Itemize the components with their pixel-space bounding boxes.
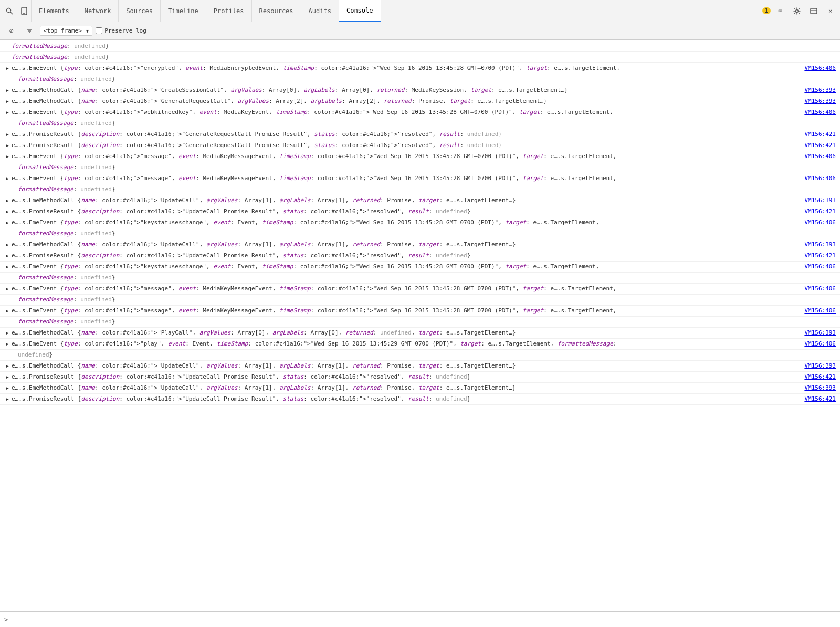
expand-arrow-icon[interactable]: ▶ — [4, 174, 10, 183]
svg-point-0 — [7, 8, 11, 12]
file-reference[interactable]: VM156:421 — [796, 207, 836, 216]
list-item: formattedMessage: undefined} — [0, 118, 840, 129]
subtoolbar: ⊘ <top frame> ▼ Preserve log — [0, 22, 840, 40]
toolbar-right: 1 ⌨ ✕ — [762, 4, 838, 18]
expand-arrow-icon[interactable]: ▶ — [4, 86, 10, 95]
frame-label: <top frame> — [44, 27, 82, 34]
tab-profiles[interactable]: Profiles — [206, 0, 252, 22]
expand-arrow-icon — [4, 75, 10, 83]
expand-arrow-icon — [4, 318, 10, 326]
file-reference[interactable]: VM156:406 — [796, 285, 836, 293]
file-reference[interactable]: VM156:421 — [796, 373, 836, 381]
console-input-row[interactable]: > — [0, 611, 840, 627]
filter-icon[interactable] — [22, 24, 37, 38]
tab-resources[interactable]: Resources — [251, 0, 301, 22]
layout-icon[interactable] — [806, 4, 821, 18]
list-item: ▶e….s.EmeMethodCall {name: color:#c41a16… — [0, 239, 840, 250]
mobile-icon[interactable] — [17, 4, 32, 18]
list-item: ▶e….s.EmeMethodCall {name: color:#c41a16… — [0, 361, 840, 372]
file-reference[interactable]: VM156:393 — [796, 241, 836, 249]
file-reference[interactable]: VM156:406 — [796, 108, 836, 117]
expand-arrow-icon — [4, 351, 10, 359]
file-reference[interactable]: VM156:421 — [796, 395, 836, 403]
file-reference[interactable]: VM156:406 — [796, 174, 836, 183]
expand-arrow-icon[interactable]: ▶ — [4, 141, 10, 150]
settings-icon[interactable] — [790, 4, 804, 18]
list-item: ▶e….s.PromiseResult {description: color:… — [0, 129, 840, 140]
expand-arrow-icon[interactable]: ▶ — [4, 64, 10, 72]
tab-audits[interactable]: Audits — [301, 0, 339, 22]
expand-arrow-icon — [4, 119, 10, 128]
expand-arrow-icon[interactable]: ▶ — [4, 241, 10, 249]
file-reference[interactable]: VM156:393 — [796, 362, 836, 370]
tab-console[interactable]: Console — [339, 0, 381, 22]
expand-arrow-icon[interactable]: ▶ — [4, 97, 10, 106]
file-reference[interactable]: VM156:406 — [796, 307, 836, 315]
list-item: undefined} — [0, 350, 840, 361]
expand-arrow-icon[interactable]: ▶ — [4, 130, 10, 139]
expand-arrow-icon[interactable]: ▶ — [4, 196, 10, 205]
file-reference[interactable]: VM156:421 — [796, 141, 836, 150]
expand-arrow-icon — [4, 229, 10, 238]
list-item: formattedMessage: undefined} — [0, 74, 840, 85]
expand-arrow-icon[interactable]: ▶ — [4, 218, 10, 227]
expand-arrow-icon[interactable]: ▶ — [4, 285, 10, 293]
list-item: ▶e….s.EmeEvent {type: color:#c41a16;">"k… — [0, 262, 840, 273]
expand-arrow-icon[interactable]: ▶ — [4, 384, 10, 392]
preserve-log-label[interactable]: Preserve log — [96, 27, 146, 34]
expand-arrow-icon — [4, 185, 10, 194]
preserve-log-checkbox[interactable] — [96, 27, 102, 34]
list-item: formattedMessage: undefined} — [0, 184, 840, 195]
dropdown-arrow: ▼ — [86, 28, 89, 34]
svg-point-4 — [796, 9, 799, 12]
close-icon[interactable]: ✕ — [823, 4, 838, 18]
list-item: ▶e….s.EmeEvent {type: color:#c41a16;">"w… — [0, 107, 840, 118]
file-reference[interactable]: VM156:406 — [796, 152, 836, 161]
expand-arrow-icon[interactable]: ▶ — [4, 263, 10, 271]
clear-console-icon[interactable]: ⊘ — [4, 24, 19, 38]
expand-arrow-icon — [4, 296, 10, 304]
expand-arrow-icon[interactable]: ▶ — [4, 152, 10, 161]
file-reference[interactable]: VM156:421 — [796, 252, 836, 260]
expand-arrow-icon — [4, 53, 10, 61]
expand-arrow-icon[interactable]: ▶ — [4, 329, 10, 337]
list-item: ▶e….s.EmeMethodCall {name: color:#c41a16… — [0, 195, 840, 206]
tab-elements[interactable]: Elements — [31, 0, 77, 22]
console-input[interactable] — [11, 616, 836, 623]
expand-arrow-icon[interactable]: ▶ — [4, 252, 10, 260]
expand-arrow-icon[interactable]: ▶ — [4, 108, 10, 117]
file-reference[interactable]: VM156:406 — [796, 340, 836, 348]
file-reference[interactable]: VM156:406 — [796, 64, 836, 72]
console-output: formattedMessage: undefined}formattedMes… — [0, 40, 840, 611]
file-reference[interactable]: VM156:393 — [796, 97, 836, 106]
tab-network[interactable]: Network — [77, 0, 119, 22]
tab-sources[interactable]: Sources — [118, 0, 161, 22]
expand-arrow-icon[interactable]: ▶ — [4, 207, 10, 216]
expand-arrow-icon[interactable]: ▶ — [4, 362, 10, 370]
file-reference[interactable]: VM156:421 — [796, 130, 836, 139]
file-reference[interactable]: VM156:406 — [796, 218, 836, 227]
file-reference[interactable]: VM156:406 — [796, 263, 836, 271]
list-item: ▶e….s.EmeEvent {type: color:#c41a16;">"p… — [0, 339, 840, 350]
list-item: ▶e….s.EmeMethodCall {name: color:#c41a16… — [0, 96, 840, 107]
search-icon[interactable] — [2, 4, 17, 18]
file-reference[interactable]: VM156:393 — [796, 196, 836, 205]
input-chevron-icon: > — [4, 616, 8, 623]
list-item: formattedMessage: undefined} — [0, 52, 840, 63]
expand-arrow-icon[interactable]: ▶ — [4, 373, 10, 381]
expand-arrow-icon[interactable]: ▶ — [4, 307, 10, 315]
list-item: ▶e….s.PromiseResult {description: color:… — [0, 206, 840, 217]
list-item: formattedMessage: undefined} — [0, 162, 840, 173]
frame-select[interactable]: <top frame> ▼ — [40, 26, 92, 36]
file-reference[interactable]: VM156:393 — [796, 86, 836, 95]
list-item: ▶e….s.EmeMethodCall {name: color:#c41a16… — [0, 383, 840, 394]
terminal-icon[interactable]: ⌨ — [773, 4, 788, 18]
file-reference[interactable]: VM156:393 — [796, 329, 836, 337]
tab-timeline[interactable]: Timeline — [160, 0, 206, 22]
expand-arrow-icon[interactable]: ▶ — [4, 395, 10, 403]
toolbar: ElementsNetworkSourcesTimelineProfilesRe… — [0, 0, 840, 22]
file-reference[interactable]: VM156:393 — [796, 384, 836, 392]
expand-arrow-icon[interactable]: ▶ — [4, 340, 10, 348]
list-item: ▶e….s.PromiseResult {description: color:… — [0, 394, 840, 405]
list-item: ▶e….s.EmeEvent {type: color:#c41a16;">"m… — [0, 284, 840, 295]
